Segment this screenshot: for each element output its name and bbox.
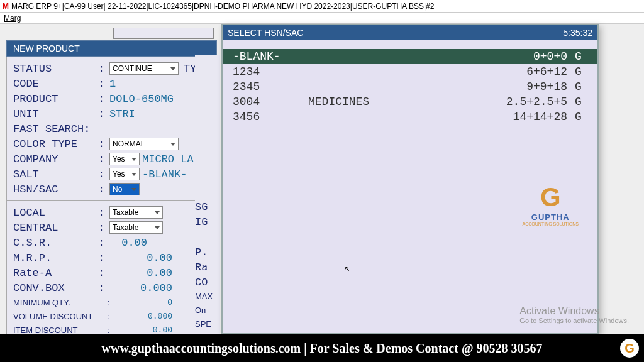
footer-text: www.gupthaaccountingsolutions.com | For … <box>102 341 543 356</box>
status-label: STATUS <box>13 63 98 75</box>
salt-text: -BLANK- <box>142 168 187 180</box>
hsn-select[interactable]: No <box>109 183 140 195</box>
color-type-select[interactable]: NORMAL <box>109 138 179 150</box>
conv-value[interactable]: 0.000 <box>109 282 172 294</box>
conv-label: CONV.BOX <box>13 282 98 294</box>
list-item[interactable]: 3456 14+14+28 G <box>233 109 587 124</box>
p-label: P. <box>195 246 220 261</box>
menubar[interactable]: Marg <box>0 13 644 24</box>
select-hsn-popup: SELECT HSN/SAC 5:35:32 -BLANK- 0+0+0 G 1… <box>221 24 599 334</box>
ra-label: Ra <box>195 261 220 277</box>
new-product-form: NEW PRODUCT STATUS : CONTINUE TY CODE : … <box>6 28 217 340</box>
code-value[interactable]: 1 <box>109 78 116 90</box>
company-label: COMPANY <box>13 153 98 165</box>
max-label: MAX <box>195 292 220 305</box>
mrp-value[interactable]: 0.00 <box>109 252 172 264</box>
central-select[interactable]: Taxable <box>109 221 163 234</box>
watermark-sub: ACCOUNTING SOLUTIONS <box>523 222 579 226</box>
salt-select[interactable]: Yes <box>109 168 140 180</box>
ratea-value[interactable]: 0.00 <box>109 267 172 279</box>
menu-marg[interactable]: Marg <box>4 14 21 23</box>
company-text: MICRO LA <box>142 153 194 165</box>
popup-header: SELECT HSN/SAC 5:35:32 <box>223 25 597 40</box>
sg-label: SG <box>195 201 220 216</box>
product-value[interactable]: DOLO-650MG <box>109 93 174 105</box>
itemd-label: ITEM DISCOUNT <box>13 326 108 335</box>
csr-label: C.S.R. <box>13 237 98 249</box>
watermark-g-icon: G <box>523 182 579 212</box>
central-label: CENTRAL <box>13 222 98 234</box>
footer-logo-icon: G <box>620 339 639 358</box>
window-title: MARG ERP 9+|CA-99 User| 22-11-2022|LIC-1… <box>11 2 434 11</box>
local-label: LOCAL <box>13 207 98 219</box>
vold-label: VOLUME DISCOUNT <box>13 312 108 321</box>
unit-label: UNIT <box>13 108 98 120</box>
list-item[interactable]: 2345 9+9+18 G <box>233 79 587 94</box>
status-select[interactable]: CONTINUE <box>109 62 179 75</box>
company-select[interactable]: Yes <box>109 153 140 165</box>
right-column-labels: SG IG P. Ra CO MAX On SPE <box>195 55 220 337</box>
ig-label: IG <box>195 216 220 231</box>
on-label: On <box>195 305 220 319</box>
itemd-value[interactable]: 0.00 <box>119 326 172 335</box>
list-item[interactable]: 3004 MEDICINES 2.5+2.5+5 G <box>233 94 587 109</box>
hsn-label: HSN/SAC <box>13 184 98 195</box>
minq-value[interactable]: 0 <box>119 298 172 307</box>
csr-value[interactable]: 0.00 <box>109 237 147 249</box>
app-logo-icon: M <box>3 2 9 11</box>
ratea-label: Rate-A <box>13 267 98 279</box>
fast-search-label: FAST SEARCH: <box>13 123 90 135</box>
hsn-list[interactable]: -BLANK- 0+0+0 G 1234 6+6+12 G 2345 9+9+1… <box>223 40 597 133</box>
footer-banner: www.gupthaaccountingsolutions.com | For … <box>0 334 644 362</box>
panel-title: NEW PRODUCT <box>6 40 217 57</box>
co-label: CO <box>195 277 220 292</box>
spe-label: SPE <box>195 319 220 333</box>
watermark-brand: GUPTHA <box>523 212 579 222</box>
salt-label: SALT <box>13 168 98 180</box>
code-label: CODE <box>13 78 98 90</box>
unit-value[interactable]: STRI <box>109 108 135 120</box>
form-body: STATUS : CONTINUE TY CODE : 1 PRODUCT : … <box>6 57 217 340</box>
local-select[interactable]: Taxable <box>109 206 163 219</box>
vold-value[interactable]: 0.000 <box>119 312 172 321</box>
activate-title: Activate Windows <box>519 305 629 317</box>
workspace: NEW PRODUCT STATUS : CONTINUE TY CODE : … <box>0 24 644 362</box>
popup-time: 5:35:32 <box>563 28 592 38</box>
mrp-label: M.R.P. <box>13 252 98 264</box>
watermark-logo: G GUPTHA ACCOUNTING SOLUTIONS <box>523 182 579 226</box>
window-titlebar: M MARG ERP 9+|CA-99 User| 22-11-2022|LIC… <box>0 0 644 13</box>
activate-sub: Go to Settings to activate Windows. <box>519 317 629 324</box>
color-type-label: COLOR TYPE <box>13 138 98 150</box>
product-label: PRODUCT <box>13 93 98 105</box>
minq-label: MINIMUM QTY. <box>13 298 108 307</box>
list-item[interactable]: 1234 6+6+12 G <box>233 64 587 79</box>
list-item[interactable]: -BLANK- 0+0+0 G <box>223 49 597 64</box>
popup-title: SELECT HSN/SAC <box>228 28 303 38</box>
top-empty-box <box>113 28 214 39</box>
activate-windows: Activate Windows Go to Settings to activ… <box>519 305 629 324</box>
